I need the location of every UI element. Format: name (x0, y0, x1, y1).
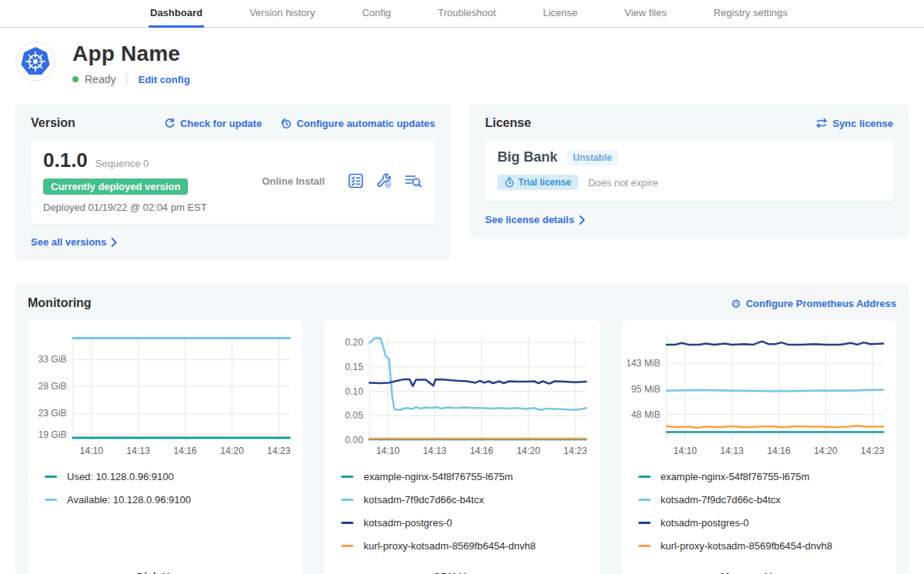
svg-text:28 GiB: 28 GiB (38, 381, 66, 392)
current-version-row: 0.1.0 Sequence 0 Currently deployed vers… (31, 139, 435, 224)
legend-color-dash (638, 476, 651, 478)
license-expiry: Does not expire (588, 177, 658, 189)
chart-plot: 33 GiB28 GiB23 GiB19 GiB14:1014:1314:161… (34, 329, 296, 460)
tab-registry-settings[interactable]: Registry settings (712, 0, 789, 28)
license-customer-name: Big Bank (497, 149, 557, 165)
trial-license-badge: Trial license (497, 175, 578, 190)
page-title: App Name (72, 42, 190, 66)
legend-item: kotsadm-postgres-0 (638, 517, 890, 529)
edit-config-icon[interactable] (376, 172, 393, 189)
tab-view-files[interactable]: View files (623, 0, 668, 28)
see-license-details-link[interactable]: See license details (485, 214, 585, 225)
svg-text:33 GiB: 33 GiB (38, 354, 66, 365)
svg-text:14:10: 14:10 (377, 446, 400, 456)
gear-icon: ⚙ (731, 298, 741, 309)
legend-item: example-nginx-54f8f76755-l675m (638, 471, 890, 482)
configure-automatic-updates-button[interactable]: Configure automatic updates (280, 118, 435, 129)
app-status: Ready (85, 73, 116, 85)
preflight-checks-icon[interactable] (347, 172, 364, 189)
svg-text:14:20: 14:20 (517, 446, 541, 456)
divider (126, 74, 127, 85)
edit-config-link[interactable]: Edit config (138, 74, 189, 85)
svg-text:14:10: 14:10 (673, 446, 697, 456)
legend-item: Used: 10.128.0.96:9100 (45, 471, 296, 482)
legend-color-dash (341, 499, 353, 501)
see-all-versions-link[interactable]: See all versions (31, 236, 117, 248)
legend-color-dash (341, 476, 353, 478)
ready-status-dot (72, 76, 79, 82)
svg-text:14:20: 14:20 (220, 446, 244, 456)
legend-color-dash (341, 522, 353, 524)
svg-text:0.15: 0.15 (345, 362, 363, 372)
svg-text:0.20: 0.20 (345, 338, 363, 349)
configure-prometheus-button[interactable]: ⚙ Configure Prometheus Address (731, 298, 896, 309)
chevron-right-icon (111, 238, 117, 247)
schedule-icon (280, 118, 292, 129)
svg-text:0.10: 0.10 (345, 386, 363, 397)
svg-text:48 MiB: 48 MiB (631, 409, 660, 420)
monitoring-card: Monitoring ⚙ Configure Prometheus Addres… (15, 284, 909, 574)
chart-card-cpu-usage: 0.200.150.100.050.0014:1014:1314:1614:20… (324, 320, 599, 574)
chart-title: CPU Usage (330, 563, 593, 574)
legend-color-dash (341, 545, 353, 547)
version-card-title: Version (31, 116, 75, 130)
legend-item: kurl-proxy-kotsadm-8569fb6454-dnvh8 (341, 540, 593, 552)
top-nav: DashboardVersion historyConfigTroublesho… (0, 0, 924, 28)
tab-license[interactable]: License (541, 0, 579, 28)
svg-text:14:13: 14:13 (424, 446, 447, 456)
legend-color-dash (638, 545, 651, 547)
monitoring-title: Monitoring (28, 296, 92, 310)
sync-license-button[interactable]: Sync license (815, 118, 893, 129)
svg-text:14:20: 14:20 (814, 446, 838, 456)
legend-item: Available: 10.128.0.96:9100 (45, 494, 296, 506)
svg-text:23 GiB: 23 GiB (38, 408, 66, 419)
kubernetes-logo-icon (15, 42, 55, 82)
svg-text:14:13: 14:13 (126, 446, 150, 456)
sync-icon (815, 118, 828, 128)
tab-troubleshoot[interactable]: Troubleshoot (437, 0, 497, 28)
svg-text:14:10: 14:10 (79, 446, 103, 456)
chart-plot: 143 MiB95 MiB48 MiB14:1014:1314:1614:201… (628, 329, 890, 460)
app-header: App Name Ready Edit config (0, 28, 924, 104)
legend-item: kotsadm-postgres-0 (341, 517, 593, 529)
legend-color-dash (638, 522, 651, 524)
svg-text:19 GiB: 19 GiB (38, 429, 66, 440)
chevron-right-icon (579, 215, 585, 225)
svg-text:14:16: 14:16 (470, 446, 494, 456)
chart-title: Memory Usage (628, 563, 890, 574)
svg-text:143 MiB: 143 MiB (628, 358, 661, 369)
tab-config[interactable]: Config (360, 0, 393, 28)
legend-color-dash (45, 499, 57, 501)
channel-badge: Unstable (567, 150, 618, 165)
deployed-badge: Currently deployed version (43, 179, 188, 195)
license-row: Big Bank Unstable Trial license Does not… (485, 139, 893, 202)
check-for-update-button[interactable]: Check for update (164, 118, 262, 129)
version-number: 0.1.0 (43, 149, 88, 172)
tab-version-history[interactable]: Version history (248, 0, 316, 28)
tab-dashboard[interactable]: Dashboard (149, 0, 204, 28)
svg-text:0.00: 0.00 (345, 435, 363, 446)
legend-item: kurl-proxy-kotsadm-8569fb6454-dnvh8 (638, 540, 890, 552)
chart-title: Disk Usage (34, 563, 296, 574)
stopwatch-icon (504, 177, 514, 188)
refresh-icon (164, 118, 176, 129)
svg-text:14:16: 14:16 (173, 446, 197, 456)
svg-text:14:23: 14:23 (861, 446, 885, 456)
install-type-label: Online Install (239, 175, 347, 187)
chart-legend: example-nginx-54f8f76755-l675mkotsadm-7f… (638, 471, 890, 563)
chart-card-disk-usage: 33 GiB28 GiB23 GiB19 GiB14:1014:1314:161… (28, 320, 303, 574)
deployed-timestamp: Deployed 01/19/22 @ 02:04 pm EST (43, 202, 239, 213)
legend-item: kotsadm-7f9dc7d66c-b4tcx (341, 494, 593, 506)
license-card-title: License (485, 116, 531, 130)
view-logs-icon[interactable] (404, 172, 423, 189)
svg-text:14:16: 14:16 (767, 446, 791, 456)
svg-text:0.05: 0.05 (345, 410, 363, 421)
svg-text:14:13: 14:13 (720, 446, 744, 456)
svg-text:14:23: 14:23 (564, 446, 588, 456)
license-card: License Sync license Big Bank Unstable T… (470, 104, 909, 239)
version-card: Version Check for update Configure autom… (15, 104, 450, 261)
svg-text:14:23: 14:23 (267, 446, 291, 456)
chart-plot: 0.200.150.100.050.0014:1014:1314:1614:20… (330, 329, 593, 460)
legend-item: example-nginx-54f8f76755-l675m (341, 471, 593, 482)
chart-legend: example-nginx-54f8f76755-l675mkotsadm-7f… (341, 471, 593, 563)
